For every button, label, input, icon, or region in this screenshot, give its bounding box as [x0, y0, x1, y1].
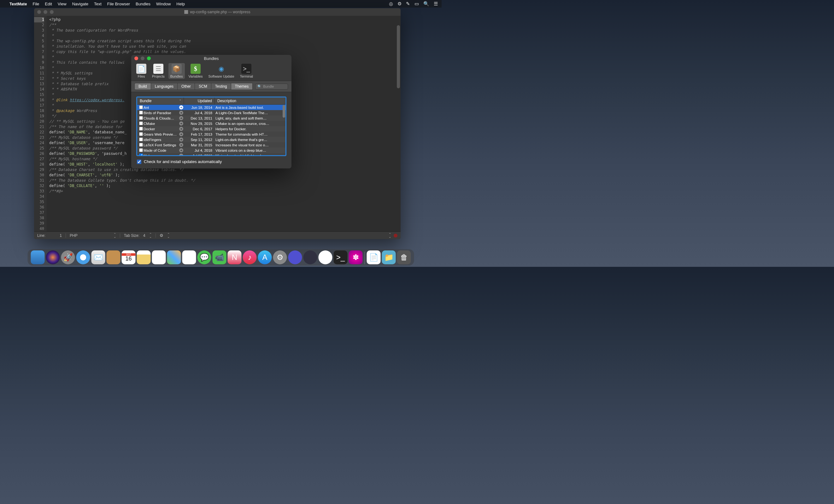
bundle-checkbox[interactable] [139, 127, 143, 131]
adobe-cc-icon[interactable]: ◎ [389, 1, 393, 7]
dock-folder[interactable]: 📁 [382, 250, 396, 264]
dock-app-1[interactable] [288, 250, 302, 264]
bundle-checkbox[interactable] [139, 137, 143, 141]
dock-finder[interactable] [31, 250, 45, 264]
minimize-button[interactable] [44, 10, 47, 14]
menu-filebrowser[interactable]: File Browser [107, 2, 130, 6]
vertical-scrollbar[interactable] [397, 25, 400, 88]
bundle-checkbox[interactable] [139, 111, 143, 114]
dock-trash[interactable]: 🗑 [397, 250, 411, 264]
bundle-checkbox[interactable] [139, 148, 143, 152]
seg-languages[interactable]: Languages [151, 83, 178, 90]
tab-software-update[interactable]: ◉Software Update [206, 63, 236, 79]
auto-update-checkbox[interactable]: Check for and install updates automatica… [136, 156, 286, 165]
control-center-icon[interactable]: ☰ [434, 1, 438, 7]
table-row[interactable]: Gears Web Previe…➜Feb 17, 2013Theme for … [137, 132, 285, 137]
menu-file[interactable]: File [32, 2, 39, 6]
seg-testing[interactable]: Testing [211, 83, 231, 90]
status-icon[interactable]: ⚙ [397, 1, 401, 7]
table-row[interactable]: Birds of Paradise➜Jul 4, 2018A Light-On-… [137, 110, 285, 115]
tab-size-value[interactable]: 4 [143, 234, 146, 238]
seg-themes[interactable]: Themes [231, 83, 253, 90]
dock-siri[interactable] [46, 250, 60, 264]
dock-facetime[interactable]: 📹 [213, 250, 226, 264]
dock-calendar[interactable]: SEP16 [122, 250, 136, 264]
seg-build[interactable]: Build [134, 83, 151, 90]
dock-contacts[interactable] [107, 250, 120, 264]
displays-icon[interactable]: ▭ [415, 1, 419, 7]
dock-notes[interactable] [137, 250, 151, 264]
minimize-button[interactable] [141, 57, 145, 60]
dock-mail[interactable]: ✉️ [91, 250, 105, 264]
dock-launchpad[interactable]: 🚀 [61, 250, 75, 264]
tab-files[interactable]: 📄Files [134, 63, 148, 79]
editor-titlebar[interactable]: wp-config-sample.php — wordpress [34, 8, 401, 16]
col-bundle[interactable]: Bundle˄ [137, 97, 184, 104]
language-selector[interactable]: PHP [70, 234, 78, 238]
menu-view[interactable]: View [58, 2, 67, 6]
table-row[interactable]: Made of Code➜Jul 4, 2018Vibrant colors o… [137, 148, 285, 153]
dock-app-3[interactable] [319, 250, 332, 264]
search-box[interactable]: 🔍 Bundle [255, 84, 288, 90]
bundle-checkbox[interactable] [139, 105, 143, 109]
dock-system-preferences[interactable]: ⚙ [273, 250, 287, 264]
goto-icon[interactable]: ➜ [178, 127, 184, 131]
maximize-button[interactable] [50, 10, 53, 14]
gear-icon[interactable]: ⚙ [160, 233, 163, 238]
bundle-checkbox[interactable] [139, 122, 143, 125]
dock-messages[interactable]: 💬 [197, 250, 211, 264]
symbol-chevrons-icon[interactable]: ⌃⌄ [389, 233, 391, 238]
dock-photos[interactable]: ✿ [182, 250, 196, 264]
goto-icon[interactable]: ➜ [178, 148, 184, 152]
table-scrollbar[interactable] [283, 105, 285, 118]
chevrons-icon[interactable]: ⌃⌄ [149, 233, 152, 238]
bundle-checkbox[interactable] [139, 116, 143, 120]
close-button[interactable] [37, 10, 41, 14]
status-line-value[interactable]: 1 [49, 234, 62, 238]
dock-appstore[interactable]: A [258, 250, 272, 264]
tab-projects[interactable]: ☰Projects [150, 63, 167, 79]
pref-titlebar[interactable]: Bundles [131, 55, 291, 62]
col-updated[interactable]: Updated [184, 97, 215, 104]
dock-news[interactable]: N [228, 250, 242, 264]
table-row[interactable]: CMake➜Nov 29, 2015CMake is an open-sourc… [137, 121, 285, 126]
goto-icon[interactable]: ➜ [178, 143, 184, 147]
maximize-button[interactable] [147, 57, 151, 60]
menu-edit[interactable]: Edit [45, 2, 52, 6]
close-button[interactable] [134, 57, 138, 60]
goto-icon[interactable]: ➜ [178, 122, 184, 126]
dock-safari[interactable] [76, 250, 90, 264]
seg-other[interactable]: Other [177, 83, 195, 90]
script-icon[interactable]: ✎ [406, 1, 410, 7]
goto-icon[interactable]: ➜ [178, 154, 184, 155]
spotlight-icon[interactable]: 🔍 [423, 1, 429, 7]
dock-maps[interactable] [167, 250, 181, 264]
table-row[interactable]: LaTeX Font Settings➜Mar 31, 2015Increase… [137, 142, 285, 148]
chevrons-icon[interactable]: ⌃⌄ [113, 233, 116, 238]
app-menu[interactable]: TextMate [9, 2, 27, 6]
dock-terminal[interactable]: >_ [334, 250, 348, 264]
menu-window[interactable]: Window [156, 2, 171, 6]
dock-downloads[interactable]: 📄 [367, 250, 381, 264]
auto-update-input[interactable] [137, 159, 141, 164]
goto-icon[interactable]: ➜ [178, 137, 184, 141]
bundle-checkbox[interactable] [139, 143, 143, 147]
goto-icon[interactable]: ➜ [178, 116, 184, 120]
goto-icon[interactable]: ➜ [178, 132, 184, 136]
tab-bundles[interactable]: 📦Bundles [169, 63, 185, 79]
dock-app-4[interactable]: ✽ [349, 250, 363, 264]
table-row[interactable]: Ant➜Jun 18, 2014Ant is a Java-based buil… [137, 105, 285, 110]
col-description[interactable]: Description [215, 97, 285, 104]
chevrons-icon[interactable]: ⌃⌄ [167, 233, 170, 238]
table-row[interactable]: Make➜Jul 16, 2019Minimal syntax highligh… [137, 153, 285, 155]
bundle-checkbox[interactable] [139, 154, 143, 155]
goto-icon[interactable]: ➜ [178, 111, 184, 115]
dock-reminders[interactable] [152, 250, 166, 264]
table-row[interactable]: Docker➜Dec 6, 2017Helpers for Docker. [137, 126, 285, 132]
tab-terminal[interactable]: >_Terminal [238, 63, 255, 79]
dock-itunes[interactable]: ♪ [243, 250, 257, 264]
dock-app-2[interactable] [304, 250, 317, 264]
table-row[interactable]: idleFingers➜Sep 11, 2012Light-on-dark th… [137, 137, 285, 142]
menu-bundles[interactable]: Bundles [136, 2, 151, 6]
menu-help[interactable]: Help [176, 2, 185, 6]
